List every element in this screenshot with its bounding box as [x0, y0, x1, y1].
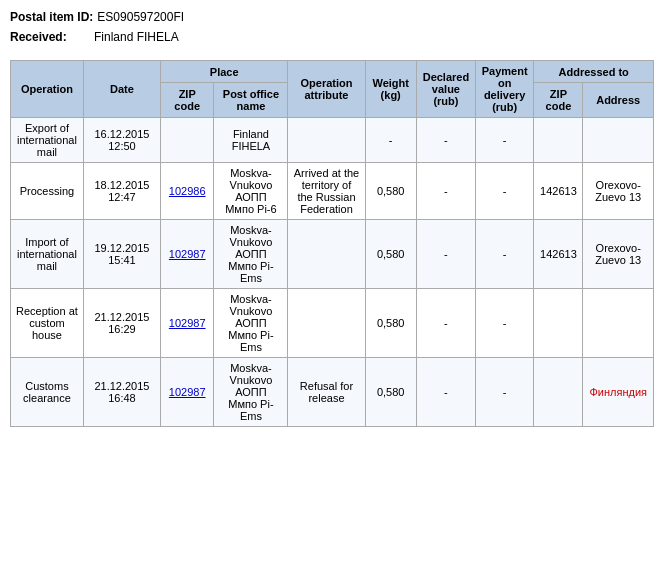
cell-operation: Export of international mail	[11, 118, 84, 163]
header-declared-value: Declared value (rub)	[416, 61, 475, 118]
header-zip-code2: ZIP code	[534, 83, 583, 118]
cell-weight: 0,580	[365, 289, 416, 358]
table-row: Import of international mail19.12.2015 1…	[11, 220, 654, 289]
received-row: Received: Finland FIHELA	[10, 30, 654, 44]
cell-post-office: Finland FIHELA	[214, 118, 288, 163]
cell-operation: Customs clearance	[11, 358, 84, 427]
cell-date: 16.12.2015 12:50	[83, 118, 160, 163]
cell-zip: 102987	[160, 220, 213, 289]
cell-address: Orexovo-Zuevo 13	[583, 163, 654, 220]
tracking-table: Operation Date Place Operation attribute…	[10, 60, 654, 427]
cell-attr: Refusal for release	[288, 358, 365, 427]
postal-id-row: Postal item ID: ES090597200FI	[10, 10, 654, 24]
postal-id-value: ES090597200FI	[97, 10, 184, 24]
cell-weight: -	[365, 118, 416, 163]
postal-id-label: Postal item ID:	[10, 10, 93, 24]
cell-date: 21.12.2015 16:29	[83, 289, 160, 358]
header-zip-code: ZIP code	[160, 83, 213, 118]
cell-payment: -	[475, 220, 533, 289]
cell-payment: -	[475, 118, 533, 163]
received-value: Finland FIHELA	[94, 30, 179, 44]
meta-section: Postal item ID: ES090597200FI Received: …	[10, 10, 654, 44]
cell-post-office: Moskva-Vnukovo АОПП Ммпо Pi-Ems	[214, 289, 288, 358]
cell-operation: Import of international mail	[11, 220, 84, 289]
cell-date: 21.12.2015 16:48	[83, 358, 160, 427]
cell-attr	[288, 220, 365, 289]
received-label: Received:	[10, 30, 90, 44]
cell-operation: Reception at custom house	[11, 289, 84, 358]
cell-zip	[160, 118, 213, 163]
cell-date: 18.12.2015 12:47	[83, 163, 160, 220]
cell-declared: -	[416, 289, 475, 358]
header-operation-attribute: Operation attribute	[288, 61, 365, 118]
cell-post-office: Moskva-Vnukovo АОПП Ммпо Pi-Ems	[214, 220, 288, 289]
cell-zip2	[534, 289, 583, 358]
cell-declared: -	[416, 358, 475, 427]
table-row: Processing18.12.2015 12:47102986Moskva-V…	[11, 163, 654, 220]
cell-weight: 0,580	[365, 358, 416, 427]
cell-zip2	[534, 118, 583, 163]
cell-zip2: 142613	[534, 220, 583, 289]
cell-zip: 102987	[160, 289, 213, 358]
cell-payment: -	[475, 163, 533, 220]
cell-weight: 0,580	[365, 163, 416, 220]
header-weight: Weight (kg)	[365, 61, 416, 118]
cell-declared: -	[416, 220, 475, 289]
cell-payment: -	[475, 358, 533, 427]
cell-address	[583, 289, 654, 358]
header-date: Date	[83, 61, 160, 118]
cell-zip2: 142613	[534, 163, 583, 220]
cell-zip2	[534, 358, 583, 427]
table-row: Reception at custom house21.12.2015 16:2…	[11, 289, 654, 358]
cell-payment: -	[475, 289, 533, 358]
header-operation: Operation	[11, 61, 84, 118]
cell-declared: -	[416, 118, 475, 163]
cell-date: 19.12.2015 15:41	[83, 220, 160, 289]
cell-address: Финляндия	[583, 358, 654, 427]
cell-attr	[288, 118, 365, 163]
cell-attr	[288, 289, 365, 358]
cell-post-office: Moskva-Vnukovo АОПП Ммпо Pi-6	[214, 163, 288, 220]
cell-address: Orexovo-Zuevo 13	[583, 220, 654, 289]
cell-weight: 0,580	[365, 220, 416, 289]
header-payment: Payment on delivery (rub)	[475, 61, 533, 118]
cell-address	[583, 118, 654, 163]
cell-declared: -	[416, 163, 475, 220]
cell-zip: 102987	[160, 358, 213, 427]
table-row: Customs clearance21.12.2015 16:48102987M…	[11, 358, 654, 427]
cell-operation: Processing	[11, 163, 84, 220]
header-addressed-to: Addressed to	[534, 61, 654, 83]
table-row: Export of international mail16.12.2015 1…	[11, 118, 654, 163]
header-place: Place	[160, 61, 287, 83]
cell-post-office: Moskva-Vnukovo АОПП Ммпо Pi-Ems	[214, 358, 288, 427]
cell-attr: Arrived at the territory of the Russian …	[288, 163, 365, 220]
header-post-office-name: Post office name	[214, 83, 288, 118]
cell-zip: 102986	[160, 163, 213, 220]
header-address: Address	[583, 83, 654, 118]
